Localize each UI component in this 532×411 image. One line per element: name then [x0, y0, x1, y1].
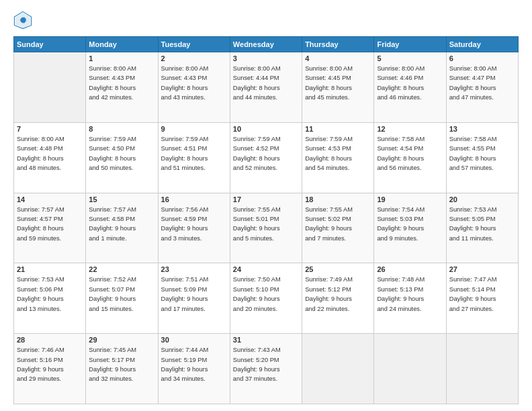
day-number: 28	[17, 336, 83, 344]
day-info: Sunrise: 7:59 AM Sunset: 4:51 PM Dayligh…	[161, 134, 227, 173]
day-number: 1	[89, 54, 154, 62]
day-info: Sunrise: 7:59 AM Sunset: 4:50 PM Dayligh…	[89, 134, 154, 173]
week-row-2: 7Sunrise: 8:00 AM Sunset: 4:48 PM Daylig…	[14, 122, 519, 193]
day-number: 2	[161, 54, 227, 62]
day-info: Sunrise: 7:49 AM Sunset: 5:12 PM Dayligh…	[305, 275, 371, 314]
day-cell: 21Sunrise: 7:53 AM Sunset: 5:06 PM Dayli…	[14, 263, 86, 334]
week-row-3: 14Sunrise: 7:57 AM Sunset: 4:57 PM Dayli…	[14, 193, 519, 263]
day-number: 15	[89, 195, 154, 203]
day-number: 25	[305, 265, 371, 273]
day-cell: 18Sunrise: 7:55 AM Sunset: 5:02 PM Dayli…	[302, 193, 374, 263]
day-info: Sunrise: 7:54 AM Sunset: 5:03 PM Dayligh…	[377, 205, 443, 244]
day-cell: 7Sunrise: 8:00 AM Sunset: 4:48 PM Daylig…	[14, 122, 86, 193]
day-cell	[374, 334, 446, 404]
day-number: 11	[305, 125, 371, 133]
day-info: Sunrise: 7:59 AM Sunset: 4:53 PM Dayligh…	[305, 134, 371, 173]
day-info: Sunrise: 8:00 AM Sunset: 4:46 PM Dayligh…	[377, 64, 443, 103]
day-cell: 6Sunrise: 8:00 AM Sunset: 4:47 PM Daylig…	[446, 52, 518, 123]
day-cell: 31Sunrise: 7:43 AM Sunset: 5:20 PM Dayli…	[230, 334, 302, 404]
day-number: 27	[449, 265, 515, 273]
day-number: 6	[449, 54, 515, 62]
day-number: 21	[17, 265, 83, 273]
day-info: Sunrise: 7:57 AM Sunset: 4:57 PM Dayligh…	[17, 205, 83, 244]
day-number: 8	[89, 125, 154, 133]
calendar-table: SundayMondayTuesdayWednesdayThursdayFrid…	[13, 36, 519, 404]
day-number: 7	[17, 125, 83, 133]
day-info: Sunrise: 7:43 AM Sunset: 5:20 PM Dayligh…	[233, 345, 299, 384]
day-number: 24	[233, 265, 299, 273]
day-cell: 23Sunrise: 7:51 AM Sunset: 5:09 PM Dayli…	[158, 263, 230, 334]
day-number: 9	[161, 125, 227, 133]
day-number: 14	[17, 195, 83, 203]
day-cell: 14Sunrise: 7:57 AM Sunset: 4:57 PM Dayli…	[14, 193, 86, 263]
week-row-1: 1Sunrise: 8:00 AM Sunset: 4:43 PM Daylig…	[14, 52, 519, 123]
day-cell: 16Sunrise: 7:56 AM Sunset: 4:59 PM Dayli…	[158, 193, 230, 263]
day-header-sunday: Sunday	[14, 37, 86, 52]
day-number: 20	[449, 195, 515, 203]
day-cell: 30Sunrise: 7:44 AM Sunset: 5:19 PM Dayli…	[158, 334, 230, 404]
day-number: 12	[377, 125, 443, 133]
header	[13, 11, 519, 30]
day-header-thursday: Thursday	[302, 37, 374, 52]
day-cell: 8Sunrise: 7:59 AM Sunset: 4:50 PM Daylig…	[86, 122, 158, 193]
page: SundayMondayTuesdayWednesdayThursdayFrid…	[0, 0, 532, 411]
day-header-friday: Friday	[374, 37, 446, 52]
day-info: Sunrise: 7:56 AM Sunset: 4:59 PM Dayligh…	[161, 205, 227, 244]
day-cell	[446, 334, 518, 404]
day-info: Sunrise: 7:52 AM Sunset: 5:07 PM Dayligh…	[89, 275, 154, 314]
day-cell: 19Sunrise: 7:54 AM Sunset: 5:03 PM Dayli…	[374, 193, 446, 263]
day-number: 31	[233, 336, 299, 344]
day-cell: 12Sunrise: 7:58 AM Sunset: 4:54 PM Dayli…	[374, 122, 446, 193]
day-number: 18	[305, 195, 371, 203]
day-cell: 11Sunrise: 7:59 AM Sunset: 4:53 PM Dayli…	[302, 122, 374, 193]
day-cell: 29Sunrise: 7:45 AM Sunset: 5:17 PM Dayli…	[86, 334, 158, 404]
day-info: Sunrise: 8:00 AM Sunset: 4:43 PM Dayligh…	[161, 64, 227, 103]
day-number: 4	[305, 54, 371, 62]
week-row-4: 21Sunrise: 7:53 AM Sunset: 5:06 PM Dayli…	[14, 263, 519, 334]
day-cell: 13Sunrise: 7:58 AM Sunset: 4:55 PM Dayli…	[446, 122, 518, 193]
day-info: Sunrise: 7:53 AM Sunset: 5:05 PM Dayligh…	[449, 205, 515, 244]
day-cell: 27Sunrise: 7:47 AM Sunset: 5:14 PM Dayli…	[446, 263, 518, 334]
day-number: 5	[377, 54, 443, 62]
day-cell: 2Sunrise: 8:00 AM Sunset: 4:43 PM Daylig…	[158, 52, 230, 123]
logo	[13, 11, 35, 30]
day-cell	[302, 334, 374, 404]
day-cell: 15Sunrise: 7:57 AM Sunset: 4:58 PM Dayli…	[86, 193, 158, 263]
day-cell: 3Sunrise: 8:00 AM Sunset: 4:44 PM Daylig…	[230, 52, 302, 123]
day-info: Sunrise: 7:47 AM Sunset: 5:14 PM Dayligh…	[449, 275, 515, 314]
day-cell: 26Sunrise: 7:48 AM Sunset: 5:13 PM Dayli…	[374, 263, 446, 334]
day-cell: 20Sunrise: 7:53 AM Sunset: 5:05 PM Dayli…	[446, 193, 518, 263]
day-cell: 1Sunrise: 8:00 AM Sunset: 4:43 PM Daylig…	[86, 52, 158, 123]
day-cell: 22Sunrise: 7:52 AM Sunset: 5:07 PM Dayli…	[86, 263, 158, 334]
day-info: Sunrise: 8:00 AM Sunset: 4:45 PM Dayligh…	[305, 64, 371, 103]
day-number: 23	[161, 265, 227, 273]
day-info: Sunrise: 7:59 AM Sunset: 4:52 PM Dayligh…	[233, 134, 299, 173]
day-info: Sunrise: 7:50 AM Sunset: 5:10 PM Dayligh…	[233, 275, 299, 314]
logo-icon	[13, 11, 32, 30]
day-number: 17	[233, 195, 299, 203]
day-info: Sunrise: 7:57 AM Sunset: 4:58 PM Dayligh…	[89, 205, 154, 244]
day-cell: 24Sunrise: 7:50 AM Sunset: 5:10 PM Dayli…	[230, 263, 302, 334]
day-header-saturday: Saturday	[446, 37, 518, 52]
day-cell: 5Sunrise: 8:00 AM Sunset: 4:46 PM Daylig…	[374, 52, 446, 123]
day-number: 30	[161, 336, 227, 344]
day-info: Sunrise: 7:53 AM Sunset: 5:06 PM Dayligh…	[17, 275, 83, 314]
day-info: Sunrise: 8:00 AM Sunset: 4:48 PM Dayligh…	[17, 134, 83, 173]
day-number: 10	[233, 125, 299, 133]
day-header-wednesday: Wednesday	[230, 37, 302, 52]
day-info: Sunrise: 7:48 AM Sunset: 5:13 PM Dayligh…	[377, 275, 443, 314]
day-info: Sunrise: 7:55 AM Sunset: 5:02 PM Dayligh…	[305, 205, 371, 244]
week-row-5: 28Sunrise: 7:46 AM Sunset: 5:16 PM Dayli…	[14, 334, 519, 404]
days-header-row: SundayMondayTuesdayWednesdayThursdayFrid…	[14, 37, 519, 52]
day-info: Sunrise: 7:45 AM Sunset: 5:17 PM Dayligh…	[89, 345, 154, 384]
day-info: Sunrise: 7:46 AM Sunset: 5:16 PM Dayligh…	[17, 345, 83, 384]
day-header-monday: Monday	[86, 37, 158, 52]
day-number: 3	[233, 54, 299, 62]
day-info: Sunrise: 8:00 AM Sunset: 4:47 PM Dayligh…	[449, 64, 515, 103]
day-number: 13	[449, 125, 515, 133]
day-info: Sunrise: 8:00 AM Sunset: 4:43 PM Dayligh…	[89, 64, 154, 103]
day-cell: 9Sunrise: 7:59 AM Sunset: 4:51 PM Daylig…	[158, 122, 230, 193]
day-cell	[14, 52, 86, 123]
day-cell: 10Sunrise: 7:59 AM Sunset: 4:52 PM Dayli…	[230, 122, 302, 193]
day-number: 26	[377, 265, 443, 273]
